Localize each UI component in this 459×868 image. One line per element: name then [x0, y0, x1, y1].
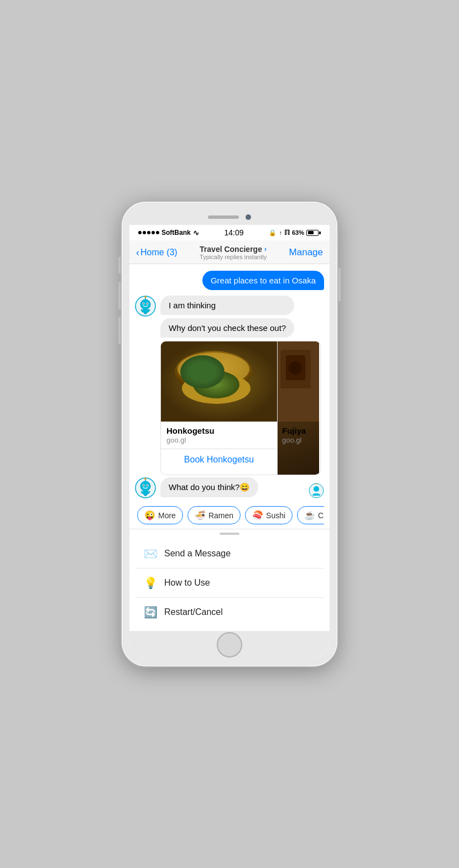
chip-sushi-label: Sushi: [266, 511, 285, 520]
bot-think-bubble: What do you think?😄: [160, 477, 258, 497]
nav-center[interactable]: Travel Concierge › Typically replies ins…: [200, 245, 267, 260]
card-body-1: Honkogetsu goo.gl: [161, 422, 277, 444]
volume-down-button: [118, 317, 121, 344]
menu-item-send-message[interactable]: ✉️ Send a Message: [135, 539, 324, 569]
status-right: 🔒 ↑ ℿ 63%: [269, 229, 321, 236]
speaker: [208, 215, 239, 219]
svg-point-7: [145, 296, 147, 298]
battery-percent: 63%: [292, 229, 304, 236]
wifi-icon: ∿: [193, 229, 199, 237]
bot-thinking-bubble: I am thinking: [160, 296, 294, 315]
svg-point-18: [289, 361, 302, 375]
bot-think-row: What do you think?😄: [135, 477, 324, 498]
chip-cafe-label: Cafe: [318, 511, 324, 520]
sent-message-row: Great places to eat in Osaka: [135, 271, 324, 290]
bot-avatar-1: [135, 296, 156, 317]
think-left-content: What do you think?😄: [135, 477, 258, 498]
home-button[interactable]: [217, 632, 242, 657]
svg-point-26: [145, 478, 147, 480]
location-icon: ↑: [279, 229, 282, 236]
back-label: Home (3): [140, 248, 178, 257]
status-bar: SoftBank ∿ 14:09 🔒 ↑ ℿ 63%: [129, 225, 330, 240]
bluetooth-icon: ℿ: [284, 229, 290, 236]
volume-up-button: [118, 282, 121, 309]
restart-label: Restart/Cancel: [164, 607, 223, 617]
drag-handle[interactable]: [220, 533, 239, 535]
svg-point-24: [147, 485, 148, 486]
camera: [246, 214, 251, 220]
menu-item-how-to-use[interactable]: 💡 How to Use: [135, 569, 324, 598]
how-to-use-icon: 💡: [144, 576, 158, 590]
status-left: SoftBank ∿: [138, 229, 199, 237]
signal-dots: [138, 231, 159, 234]
phone-frame: SoftBank ∿ 14:09 🔒 ↑ ℿ 63% ‹ Home (3): [122, 202, 337, 666]
svg-point-13: [193, 371, 239, 398]
restaurant-url-2: goo.gl: [282, 436, 315, 444]
menu-items: ✉️ Send a Message 💡 How to Use 🔄 Restart…: [135, 539, 324, 627]
lock-icon: 🔒: [269, 229, 277, 236]
power-button: [338, 268, 341, 301]
phone-screen: SoftBank ∿ 14:09 🔒 ↑ ℿ 63% ‹ Home (3): [129, 209, 330, 659]
restaurant-name-2: Fujiya: [282, 426, 315, 435]
svg-point-29: [316, 483, 317, 485]
bot-avatar-2: [135, 477, 156, 498]
battery-icon: [306, 230, 321, 236]
restaurant-url-1: goo.gl: [166, 436, 272, 444]
send-message-icon: ✉️: [144, 547, 158, 560]
nav-chevron-icon: ›: [264, 245, 267, 253]
phone-bottom: [129, 631, 330, 659]
chip-more[interactable]: 😜 More: [137, 506, 183, 524]
card-carousel: Honkogetsu goo.gl Book Honkogetsu: [160, 341, 321, 475]
sushi-emoji: 🍣: [252, 510, 263, 520]
svg-point-28: [314, 486, 319, 492]
more-emoji: 😜: [144, 510, 155, 520]
svg-point-1: [140, 299, 150, 309]
chip-ramen-label: Ramen: [208, 511, 233, 520]
bot-thinking-row: I am thinking Why don't you check these …: [135, 296, 324, 338]
send-message-label: Send a Message: [164, 549, 231, 559]
ramen-emoji: 🍜: [195, 510, 206, 520]
restaurant-image-1: [161, 341, 277, 422]
restaurant-name-1: Honkogetsu: [166, 426, 272, 435]
bot-thinking-messages: I am thinking Why don't you check these …: [160, 296, 294, 338]
bot-check-bubble: Why don't you check these out?: [160, 318, 294, 338]
chips-row: 😜 More 🍜 Ramen 🍣 Sushi ☕ Cafe: [135, 502, 324, 529]
svg-point-4: [143, 303, 144, 304]
section-divider: [129, 529, 330, 529]
chip-ramen[interactable]: 🍜 Ramen: [187, 506, 241, 524]
chip-sushi[interactable]: 🍣 Sushi: [245, 506, 293, 524]
user-avatar-small: [309, 483, 324, 498]
svg-point-20: [140, 481, 150, 491]
top-bar: [129, 209, 330, 225]
restaurant-card-2-partial: Fujiya goo.gl: [277, 341, 319, 475]
sent-bubble: Great places to eat in Osaka: [202, 271, 324, 290]
svg-point-5: [147, 303, 148, 304]
card-partial-body: Fujiya goo.gl: [278, 422, 319, 444]
how-to-use-label: How to Use: [164, 578, 210, 588]
chip-cafe[interactable]: ☕ Cafe: [297, 506, 324, 524]
time-display: 14:09: [225, 228, 244, 237]
cafe-emoji: ☕: [304, 510, 315, 520]
nav-bar: ‹ Home (3) Travel Concierge › Typically …: [129, 240, 330, 264]
restaurant-card-1: Honkogetsu goo.gl Book Honkogetsu: [161, 341, 277, 475]
manage-button[interactable]: Manage: [289, 247, 323, 258]
book-button-1[interactable]: Book Honkogetsu: [161, 449, 277, 470]
chip-more-label: More: [158, 511, 176, 520]
menu-item-restart[interactable]: 🔄 Restart/Cancel: [135, 598, 324, 627]
svg-point-14: [194, 360, 216, 369]
silent-button: [118, 257, 121, 273]
back-button[interactable]: ‹ Home (3): [136, 247, 178, 259]
carrier-label: SoftBank: [161, 229, 191, 236]
svg-point-23: [143, 485, 144, 486]
restart-icon: 🔄: [144, 606, 158, 619]
nav-title: Travel Concierge ›: [200, 245, 267, 254]
nav-subtitle: Typically replies instantly: [200, 254, 267, 260]
back-arrow-icon: ‹: [136, 247, 139, 259]
chat-area: Great places to eat in Osaka: [129, 264, 330, 631]
